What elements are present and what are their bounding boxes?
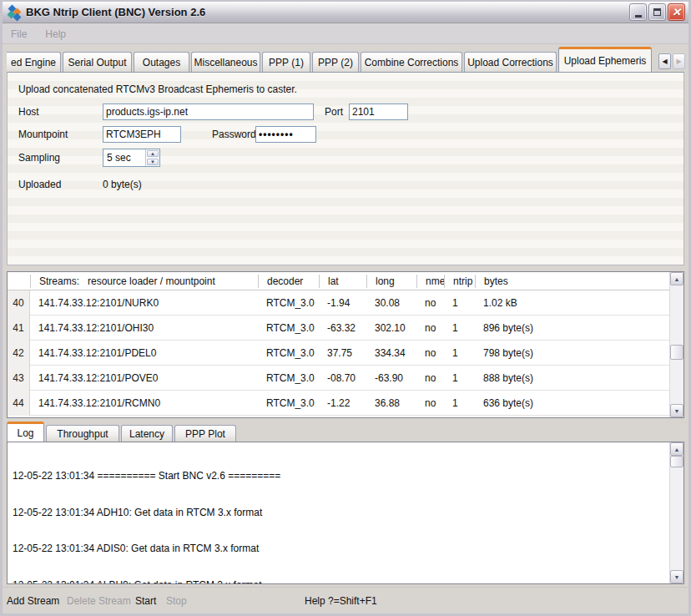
tab-combine-corrections[interactable]: Combine Corrections: [361, 52, 462, 72]
close-button[interactable]: ✕: [668, 3, 685, 21]
cell-nmea: no: [416, 347, 444, 359]
sampling-label: Sampling: [18, 152, 60, 164]
cell-ntrip: 1: [444, 397, 475, 409]
streams-grid: Streams: resource loader / mountpoint de…: [8, 272, 669, 416]
cell-decoder: RTCM_3.0: [258, 372, 319, 384]
cell-nmea: no: [416, 397, 444, 409]
upload-ephemeris-panel: Upload concatenated RTCMv3 Broadcast Eph…: [7, 72, 684, 265]
add-stream-button[interactable]: Add Stream: [7, 595, 59, 607]
start-button[interactable]: Start: [135, 595, 156, 607]
header-ntrip: ntrip: [444, 275, 475, 288]
port-input[interactable]: [349, 104, 408, 120]
streams-scrollbar[interactable]: ▲ ▼: [669, 272, 683, 417]
scroll-down-button[interactable]: ▼: [670, 570, 683, 583]
cell-lat: -1.22: [319, 397, 366, 409]
cell-stream: 141.74.33.12:2101/OHI30: [30, 322, 258, 334]
tab-latency[interactable]: Latency: [121, 425, 173, 442]
cell-decoder: RTCM_3.0: [258, 397, 319, 409]
header-lat: lat: [319, 275, 366, 288]
cell-lat: -1.94: [319, 297, 366, 309]
cell-ntrip: 1: [444, 372, 475, 384]
sampling-value: 5 sec: [103, 149, 145, 166]
table-row[interactable]: 44 141.74.33.12:2101/RCMN0 RTCM_3.0 -1.2…: [8, 391, 669, 416]
log-line: 12-05-22 13:01:34 ALBH0: Get data in RTC…: [13, 579, 667, 584]
window-title: BKG Ntrip Client (BNC) Version 2.6: [26, 6, 205, 18]
help-hint: Help ?=Shift+F1: [305, 595, 377, 607]
tab-ppp-1[interactable]: PPP (1): [262, 52, 310, 72]
tab-serial-output[interactable]: Serial Output: [63, 52, 132, 72]
host-label: Host: [18, 106, 39, 118]
tab-miscellaneous[interactable]: Miscellaneous: [191, 52, 260, 72]
tab-ppp-2[interactable]: PPP (2): [312, 52, 359, 72]
scroll-down-button[interactable]: ▼: [670, 404, 683, 417]
bottom-tab-bar: Log Throughput Latency PPP Plot: [3, 422, 688, 442]
cell-decoder: RTCM_3.0: [258, 322, 319, 334]
log-line: 12-05-22 13:01:34 ========== Start BNC v…: [13, 470, 667, 482]
cell-lat: 37.75: [319, 347, 366, 359]
uploaded-label: Uploaded: [18, 179, 61, 190]
tab-upload-ephemeris[interactable]: Upload Ephemeris: [558, 47, 652, 72]
scroll-up-button[interactable]: ▲: [670, 442, 683, 456]
right-arrow-icon: ▶: [676, 58, 681, 65]
window-controls: ✕: [629, 3, 685, 21]
cell-decoder: RTCM_3.0: [258, 347, 319, 359]
down-arrow-icon: ▼: [674, 574, 680, 580]
password-input[interactable]: [255, 126, 316, 143]
sampling-stepper[interactable]: 5 sec ▲ ▼: [103, 149, 160, 167]
scroll-up-button[interactable]: ▲: [670, 272, 683, 285]
row-number: 44: [8, 391, 30, 416]
log-scrollbar[interactable]: ▲ ▼: [669, 442, 683, 583]
spin-up-button[interactable]: ▲: [147, 150, 159, 157]
tab-log[interactable]: Log: [7, 422, 44, 442]
cell-nmea: no: [416, 322, 444, 334]
scrollbar-thumb[interactable]: [670, 345, 683, 360]
minimize-button[interactable]: [629, 3, 647, 21]
table-row[interactable]: 40 141.74.33.12:2101/NURK0 RTCM_3.0 -1.9…: [8, 290, 669, 316]
tab-ppp-plot[interactable]: PPP Plot: [174, 425, 236, 442]
cell-ntrip: 1: [444, 322, 475, 334]
uploaded-value: 0 byte(s): [103, 179, 142, 190]
log-line: 12-05-22 13:01:34 ADIS0: Get data in RTC…: [13, 543, 667, 555]
up-arrow-icon: ▲: [674, 447, 680, 452]
title-bar[interactable]: BKG Ntrip Client (BNC) Version 2.6 ✕: [3, 2, 688, 23]
tab-scrollers: ◀ ▶: [658, 53, 685, 69]
up-arrow-icon: ▲: [674, 276, 680, 282]
header-decoder: decoder: [258, 275, 319, 288]
menu-help[interactable]: Help: [45, 28, 66, 40]
panel-description: Upload concatenated RTCMv3 Broadcast Eph…: [18, 83, 297, 95]
delete-stream-button[interactable]: Delete Stream: [67, 595, 131, 607]
spin-down-button[interactable]: ▼: [147, 159, 159, 165]
cell-stream: 141.74.33.12:2101/POVE0: [30, 372, 258, 384]
table-row[interactable]: 42 141.74.33.12:2101/PDEL0 RTCM_3.0 37.7…: [8, 341, 669, 366]
header-bytes: bytes: [475, 275, 669, 288]
down-arrow-icon: ▼: [674, 408, 680, 414]
menu-file[interactable]: File: [11, 28, 27, 40]
tab-scroll-right-button[interactable]: ▶: [673, 53, 685, 69]
host-input[interactable]: [103, 104, 314, 120]
row-number: 42: [8, 341, 30, 366]
log-output: 12-05-22 13:01:34 ========== Start BNC v…: [13, 446, 667, 583]
tab-throughput[interactable]: Throughput: [46, 425, 119, 442]
spin-up-icon: ▲: [150, 151, 155, 156]
cell-bytes: 636 byte(s): [475, 397, 669, 409]
scrollbar-thumb[interactable]: [670, 456, 683, 467]
cell-decoder: RTCM_3.0: [258, 297, 319, 309]
table-row[interactable]: 41 141.74.33.12:2101/OHI30 RTCM_3.0 -63.…: [8, 316, 669, 341]
left-arrow-icon: ◀: [662, 58, 667, 65]
table-row[interactable]: 43 141.74.33.12:2101/POVE0 RTCM_3.0 -08.…: [8, 366, 669, 391]
tab-scroll-left-button[interactable]: ◀: [658, 53, 671, 69]
log-panel: 12-05-22 13:01:34 ========== Start BNC v…: [7, 442, 684, 584]
header-corner: [8, 275, 30, 288]
maximize-button[interactable]: [648, 3, 666, 21]
mountpoint-input[interactable]: [103, 126, 181, 143]
cell-bytes: 896 byte(s): [475, 322, 669, 334]
cell-nmea: no: [416, 372, 444, 384]
mountpoint-label: Mountpoint: [18, 129, 68, 140]
tab-outages[interactable]: Outages: [134, 52, 189, 72]
spin-down-icon: ▼: [150, 159, 155, 164]
tab-feed-engine[interactable]: ed Engine: [7, 52, 61, 72]
stop-button[interactable]: Stop: [166, 595, 187, 607]
row-number: 43: [8, 366, 30, 391]
bottom-tabs-row: Log Throughput Latency PPP Plot: [7, 422, 238, 442]
tab-upload-corrections[interactable]: Upload Corrections: [464, 52, 557, 72]
